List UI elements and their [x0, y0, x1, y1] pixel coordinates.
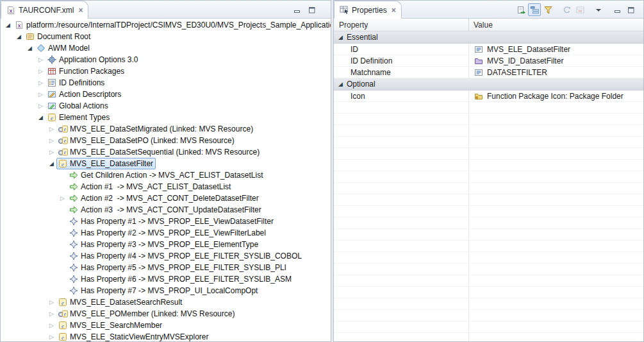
tree-item[interactable]: Has Property #2 -> MVS_PROP_ELE_ViewFilt… — [1, 227, 331, 239]
tree-item-label: Action #1 -> MVS_ACT_ELIST_DatasetList — [81, 182, 231, 191]
package-folder-icon — [474, 91, 484, 101]
expand-toggle-icon[interactable]: ▷ — [47, 331, 56, 341]
properties-tab[interactable]: Properties × — [334, 1, 402, 19]
expand-toggle-icon[interactable]: ▷ — [47, 146, 56, 158]
property-row[interactable]: IDMVS_ELE_DatasetFilter — [334, 44, 643, 55]
property-value: DATASETFILTER — [469, 67, 643, 78]
close-icon[interactable]: × — [392, 6, 396, 14]
tree-item[interactable]: ▷Global Actions — [1, 100, 331, 112]
empty-row — [334, 218, 643, 229]
tree-item[interactable]: Get Children Action -> MVS_ACT_ELIST_Dat… — [1, 169, 331, 181]
tree-item[interactable]: ▷Application Options 3.0 — [1, 54, 331, 65]
maximize-icon — [306, 4, 317, 15]
category-row[interactable]: ◢Optional — [334, 78, 643, 90]
expand-toggle-icon[interactable]: ◢ — [338, 78, 347, 90]
column-header-property: Property — [334, 19, 469, 31]
property-value-text: MVS_ID_DatasetFilter — [487, 56, 563, 65]
svg-text:e: e — [62, 334, 64, 341]
expand-toggle-icon[interactable]: ▷ — [36, 100, 45, 112]
minimize-button[interactable] — [611, 3, 623, 16]
tree-item[interactable]: ▷eMVS_ELE_DataSetSequential (Linked: MVS… — [1, 146, 331, 158]
expand-toggle-icon[interactable]: ◢ — [338, 31, 347, 43]
tree-row-content: eElement Types — [45, 112, 112, 123]
tree-item-label: MVS_ELE_DatasetSearchResult — [70, 298, 182, 307]
tree-item[interactable]: ◢Xplatform:/resource/InternalTDProject/C… — [1, 19, 331, 31]
expand-toggle-icon[interactable]: ▷ — [47, 296, 56, 308]
expand-toggle-icon[interactable]: ▷ — [47, 135, 56, 146]
has-property-icon — [69, 274, 79, 284]
maximize-button[interactable] — [305, 3, 318, 16]
view-menu-button[interactable] — [592, 3, 605, 16]
xml-file-icon: X — [6, 5, 16, 15]
tree-row-content: eMVS_ELE_StaticViewEntryMVSExplorer — [56, 331, 211, 341]
expand-toggle-icon[interactable]: ◢ — [36, 112, 45, 123]
tree-item[interactable]: ◢eElement Types — [1, 112, 331, 123]
property-row[interactable]: ID DefinitionMVS_ID_DatasetFilter — [334, 55, 643, 67]
tree-item[interactable]: Has Property #3 -> MVS_PROP_ELE_ElementT… — [1, 239, 331, 250]
empty-name-cell — [334, 298, 469, 309]
property-row[interactable]: MatchnameDATASETFILTER — [334, 67, 643, 78]
property-row[interactable]: IconFunction Package Icon: Package Folde… — [334, 90, 643, 102]
tree-row-content: Action #2 -> MVS_ACT_CONT_DeleteDatasetF… — [67, 192, 261, 204]
expand-toggle-icon[interactable]: ▷ — [58, 192, 67, 204]
tree-item[interactable]: ▷eMVS_ELE_DataSetMigrated (Linked: MVS R… — [1, 123, 331, 135]
expand-toggle-icon[interactable]: ▷ — [47, 308, 56, 320]
tree-item-label: Function Packages — [59, 67, 124, 76]
tree-item-label: Action Descriptors — [59, 90, 121, 99]
editor-tab[interactable]: X TAURCONF.xml × — [1, 1, 88, 19]
tree-row-content: eMVS_ELE_DataSetPO (Linked: MVS Resource… — [56, 135, 237, 146]
expand-toggle-icon[interactable]: ▷ — [36, 77, 45, 89]
minimize-button[interactable] — [290, 3, 303, 16]
tree-item-label: Has Property #3 -> MVS_PROP_ELE_ElementT… — [81, 240, 258, 249]
tree-row-content: eMVS_ELE_POMember (Linked: MVS Resource) — [56, 308, 237, 320]
expand-toggle-icon[interactable]: ▷ — [36, 65, 45, 77]
tree-item[interactable]: ▷Action Descriptors — [1, 89, 331, 100]
global-actions-icon — [47, 101, 57, 111]
tree-item[interactable]: ▷eMVS_ELE_StaticViewEntryMVSExplorer — [1, 331, 331, 341]
expand-toggle-icon[interactable]: ▷ — [36, 89, 45, 100]
close-icon[interactable]: × — [78, 6, 83, 14]
tree-item[interactable]: ▷Function Packages — [1, 65, 331, 77]
tree-item[interactable]: Has Property #1 -> MVS_PROP_ELE_ViewData… — [1, 216, 331, 227]
tree-item[interactable]: Action #3 -> MVS_ACT_CONT_UpdateDatasetF… — [1, 204, 331, 216]
expand-toggle-icon[interactable]: ▷ — [36, 54, 45, 65]
expand-toggle-icon[interactable]: ◢ — [3, 19, 13, 31]
expand-toggle-icon[interactable]: ◢ — [47, 158, 56, 169]
empty-value-cell — [469, 218, 643, 228]
restore-default-value-icon — [561, 4, 572, 15]
svg-text:e: e — [64, 150, 67, 155]
empty-name-cell — [334, 114, 469, 124]
tree-row-content: Has Property #4 -> MVS_PROP_ELE_FILTER_S… — [67, 250, 304, 262]
pin-properties-view-button[interactable] — [515, 3, 527, 16]
tree-item[interactable]: Has Property #7 -> MVS_PROP_UI_LocalComp… — [1, 285, 331, 296]
tree-item[interactable]: ◢AWM Model — [1, 42, 331, 54]
show-categories-button[interactable] — [528, 3, 541, 16]
maximize-button[interactable] — [624, 3, 637, 16]
tree-row-content: Has Property #6 -> MVS_PROP_ELE_FILTER_S… — [67, 273, 294, 285]
tree-item[interactable]: ▷eMVS_ELE_DatasetSearchResult — [1, 296, 331, 308]
tree-item[interactable]: Action #1 -> MVS_ACT_ELIST_DatasetList — [1, 181, 331, 192]
expand-toggle-icon[interactable]: ◢ — [25, 42, 35, 54]
tree-item[interactable]: Has Property #5 -> MVS_PROP_ELE_FILTER_S… — [1, 262, 331, 273]
expand-toggle-icon[interactable]: ◢ — [14, 31, 24, 42]
editor-tabbar: X TAURCONF.xml × — [1, 1, 331, 19]
expand-toggle-icon[interactable]: ▷ — [47, 123, 56, 135]
tree-item[interactable]: ▷eMVS_ELE_DataSetPO (Linked: MVS Resourc… — [1, 135, 331, 146]
tree-item[interactable]: ◢eMVS_ELE_DatasetFilter — [1, 158, 331, 169]
tree-item[interactable]: Has Property #4 -> MVS_PROP_ELE_FILTER_S… — [1, 250, 331, 262]
props-toolbar — [515, 1, 643, 19]
tree-item-label: Has Property #1 -> MVS_PROP_ELE_ViewData… — [81, 217, 274, 226]
category-row[interactable]: ◢Essential — [334, 31, 643, 44]
show-advanced-properties-button[interactable] — [541, 3, 554, 16]
tree-item[interactable]: Has Property #6 -> MVS_PROP_ELE_FILTER_S… — [1, 273, 331, 285]
tree-item[interactable]: ◢Document Root — [1, 31, 331, 42]
id-value-icon — [474, 67, 484, 78]
tree-item[interactable]: ▷Action #2 -> MVS_ACT_CONT_DeleteDataset… — [1, 192, 331, 204]
tree-item[interactable]: ▷eMVS_ELE_SearchMember — [1, 320, 331, 331]
properties-tabbar: Properties × — [334, 1, 643, 19]
property-value-text: Function Package Icon: Package Folder — [487, 92, 623, 101]
tree-item[interactable]: ▷ID Definitions — [1, 77, 331, 89]
expand-toggle-icon[interactable]: ▷ — [47, 320, 56, 331]
empty-value-cell — [469, 102, 643, 113]
tree-item[interactable]: ▷eMVS_ELE_POMember (Linked: MVS Resource… — [1, 308, 331, 320]
